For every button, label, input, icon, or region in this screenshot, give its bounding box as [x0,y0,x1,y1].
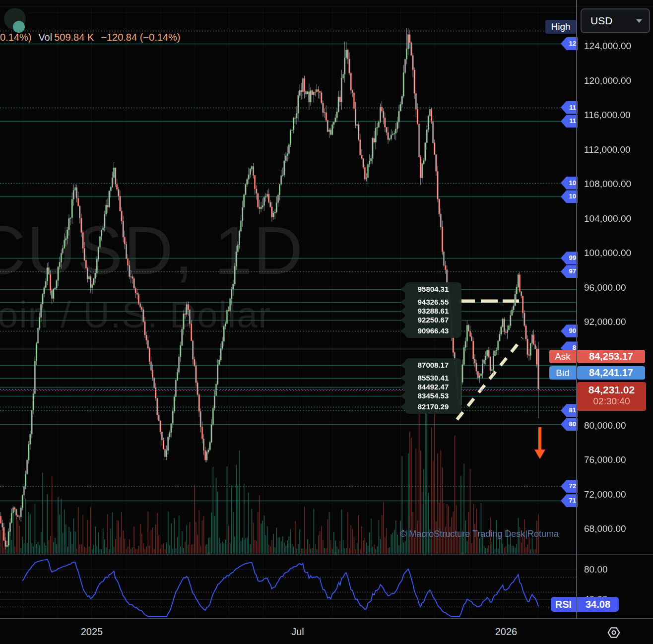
high-price-badge: High [545,20,576,34]
level-price-label: 85530.41 [405,374,461,382]
level-label-pointer-icon [400,361,405,369]
last-price-value: 84,231.02 [577,384,646,396]
rsi-indicator-badge[interactable]: RSI [551,597,576,612]
currency-dropdown[interactable]: USD [581,8,650,33]
sell-arrow-head-icon [534,450,545,459]
level-price-label: 82170.29 [405,402,461,411]
last-price-box: 84,231.02 02:30:40 [577,382,646,411]
price-axis-label: 92,000.00 [584,317,626,327]
price-chart-canvas[interactable] [0,0,653,619]
level-label-pointer-icon [400,403,405,411]
price-axis-label: 100,000.00 [584,248,631,258]
price-axis-label: 80,000.00 [584,420,626,431]
price-axis-label: 120,000.00 [584,75,631,86]
price-axis-label: 104,000.00 [584,213,631,224]
time-axis-label: 2026 [495,626,518,638]
ask-price[interactable]: 84,253.17 [577,350,645,363]
time-axis[interactable]: 2025Jul2026 [0,619,653,644]
level-label-pointer-icon [400,298,405,306]
rsi-value-badge: 34.08 [577,597,619,612]
bar-countdown: 02:30:40 [577,396,646,407]
level-price-label: 94326.55 [405,298,461,306]
level-price-label: 90966.43 [405,326,461,335]
bid-price[interactable]: 84,241.17 [577,366,645,380]
rsi-axis-label: 80.00 [584,564,608,575]
currency-value: USD [590,15,636,27]
price-axis-separator[interactable] [576,0,577,644]
pane-separator[interactable] [0,554,653,555]
level-label-pointer-icon [400,383,405,391]
level-price-label: 92250.67 [405,316,461,324]
time-axis-label: Jul [291,626,304,638]
level-label-pointer-icon [400,316,405,324]
level-label-pointer-icon [400,327,405,335]
level-label-group: 87008.1785530.4184492.4783454.5382170.29 [405,358,461,414]
level-label-group: 95804.3194326.5593288.6192250.6790966.43 [405,282,461,338]
trading-app-window: 0.14%)Vol509.84 K−120.84 (−0.14%) CUSD, … [0,0,653,644]
level-label-pointer-icon [400,285,405,293]
price-axis-label: 124,000.00 [584,41,631,52]
time-axis-label: 2025 [81,626,103,638]
level-label-pointer-icon [400,392,405,400]
price-axis-label: 68,000.00 [584,523,626,534]
level-label-pointer-icon [400,374,405,382]
price-axis-label: 76,000.00 [584,454,626,465]
ask-button[interactable]: Ask [549,350,576,363]
price-axis-label: 116,000.00 [584,110,631,121]
sell-arrow-annotation [538,427,541,451]
level-price-label: 84492.47 [405,383,461,391]
copyright-link[interactable]: © MacroStructure Trading Desk|Rotuma [400,529,559,539]
level-price-label: 87008.17 [405,361,461,369]
level-price-label: 93288.61 [405,307,461,315]
timeline-separator [0,618,653,619]
bid-button[interactable]: Bid [549,366,576,380]
price-axis-label: 72,000.00 [584,489,626,500]
level-label-pointer-icon [400,307,405,315]
level-price-label: 95804.31 [405,285,461,293]
price-axis-label: 96,000.00 [584,282,626,293]
price-axis-label: 112,000.00 [584,144,631,155]
price-axis-label: 108,000.00 [584,179,631,190]
pane-settings-icon[interactable] [605,624,622,641]
level-price-label: 83454.53 [405,391,461,400]
chevron-down-icon [636,19,642,23]
